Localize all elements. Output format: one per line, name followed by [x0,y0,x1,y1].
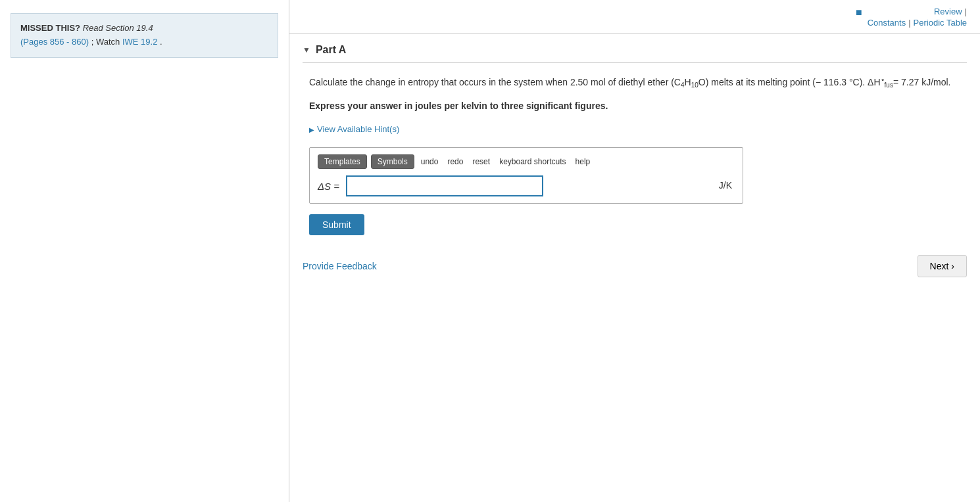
math-input-box: Templates Symbols undo redo reset keyboa… [309,147,743,204]
hint-link[interactable]: ▶ View Available Hint(s) [309,122,960,137]
missed-this-box: MISSED THIS? Read Section 19.4 (Pages 85… [11,13,278,58]
hint-arrow: ▶ [309,124,314,135]
next-button[interactable]: Next › [918,255,967,277]
footer-row: Provide Feedback Next › [289,235,980,290]
next-label: Next [930,261,949,271]
separator-1: | [965,7,967,16]
next-arrow: › [951,261,954,271]
iwe-link[interactable]: IWE 19.2 [122,37,157,47]
question-body: Calculate the change in entropy that occ… [303,74,967,235]
constants-link[interactable]: Constants [868,18,906,28]
templates-button[interactable]: Templates [318,154,367,169]
sidebar: MISSED THIS? Read Section 19.4 (Pages 85… [0,0,289,502]
redo-button[interactable]: redo [445,156,466,168]
reset-button[interactable]: reset [470,156,493,168]
top-bar-row-1: Review | [934,7,967,16]
periodic-table-link[interactable]: Periodic Table [914,18,967,28]
period: . [160,37,162,47]
provide-feedback-link[interactable]: Provide Feedback [303,261,377,271]
question-instruction: Express your answer in joules per kelvin… [309,99,960,114]
unit-label: J/K [719,178,735,194]
top-bar-row-2: Constants | Periodic Table [868,18,967,28]
review-icon: ■ [856,7,862,18]
part-header: ▼ Part A [303,44,967,63]
part-title: Part A [316,44,347,56]
watch-text: ; Watch [91,37,120,47]
review-link[interactable]: Review [934,7,962,16]
delta-s-label: ΔS = [318,178,339,195]
answer-row: ΔS = J/K [318,175,735,196]
keyboard-shortcuts-button[interactable]: keyboard shortcuts [497,156,568,168]
part-collapse-arrow[interactable]: ▼ [303,45,310,55]
question-text: Calculate the change in entropy that occ… [309,74,960,91]
top-bar: ■ Review | Constants | Periodic Table [289,0,980,34]
hint-text: View Available Hint(s) [317,122,399,137]
undo-button[interactable]: undo [418,156,441,168]
missed-label: MISSED THIS? [20,23,80,33]
answer-input[interactable] [346,175,543,196]
separator-2: | [908,18,910,28]
main-content: ■ Review | Constants | Periodic Table ▼ … [289,0,980,502]
top-bar-links: Review | Constants | Periodic Table [868,7,967,28]
part-section: ▼ Part A Calculate the change in entropy… [289,34,980,235]
submit-button[interactable]: Submit [309,214,364,235]
symbols-button[interactable]: Symbols [371,154,414,169]
pages-link[interactable]: (Pages 856 - 860) [20,37,89,47]
toolbar-row: Templates Symbols undo redo reset keyboa… [318,154,735,169]
missed-text: Read Section 19.4 [83,23,153,33]
help-button[interactable]: help [573,156,593,168]
